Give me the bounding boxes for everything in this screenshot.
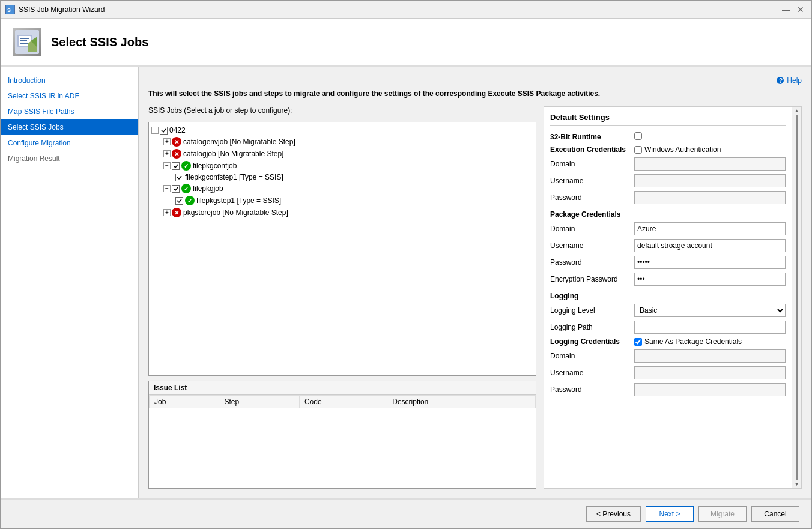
migrate-button[interactable]: Migrate [698,506,747,522]
right-panel-content[interactable]: Default Settings 32-Bit Runtime [544,107,792,488]
minimize-button[interactable]: — [780,4,792,16]
tree-label: 0422 [169,126,186,135]
tree-row[interactable]: ✓ filepkgstep1 [Type = SSIS] [151,195,533,207]
sidebar-item-configure-migration[interactable]: Configure Migration [1,135,138,151]
pkg-username-row: Username [550,239,786,252]
tree-row[interactable]: + ✕ catalogenvjob [No Migratable Step] [151,136,533,148]
left-panel: SSIS Jobs (Select a job or step to confi… [148,106,536,489]
scroll-down-arrow[interactable]: ▼ [795,482,799,487]
password-label: Password [550,193,634,202]
pkg-domain-input[interactable] [634,222,786,235]
tree-row[interactable]: + ✕ catalogjob [No Migratable Step] [151,148,533,160]
pkg-password-input[interactable] [634,256,786,269]
windows-auth-checkbox[interactable] [634,146,642,154]
description-text: This will select the SSIS jobs and steps… [148,89,802,98]
tree-checkbox[interactable] [175,174,183,181]
runtime-checkbox[interactable] [634,132,642,140]
tree-expander[interactable]: − [163,185,171,192]
tree-row[interactable]: + ✕ pkgstorejob [No Migratable Step] [151,207,533,219]
tree-row[interactable]: filepkgconfstep1 [Type = SSIS] [151,172,533,183]
cancel-button[interactable]: Cancel [751,506,799,522]
password-row: Password [550,191,786,204]
main-content: Introduction Select SSIS IR in ADF Map S… [1,67,811,498]
sidebar-item-select-ssis-jobs[interactable]: Select SSIS Jobs [1,119,138,135]
domain-control [634,157,786,171]
close-button[interactable]: ✕ [795,4,807,16]
scroll-thumb[interactable] [796,115,798,480]
tree-expander[interactable]: + [163,209,171,216]
sidebar-item-select-ssis-ir[interactable]: Select SSIS IR in ADF [1,88,138,104]
tree-row[interactable]: − 0422 [151,125,533,136]
issue-panel: Issue List Job Step Code Description [148,381,536,489]
error-icon: ✕ [172,137,181,147]
previous-button[interactable]: < Previous [586,506,641,522]
tree-expander[interactable]: − [151,127,159,134]
tree-checkbox[interactable] [172,185,180,193]
same-as-pkg-checkbox[interactable] [634,338,642,346]
col-description: Description [387,396,536,408]
windows-auth-label: Windows Authentication [644,145,721,154]
log-username-control [634,366,786,379]
logging-path-row: Logging Path [550,321,786,334]
sidebar-item-migration-result: Migration Result [1,151,138,166]
next-button[interactable]: Next > [646,506,694,522]
pkg-domain-row: Domain [550,222,786,235]
logging-level-row: Logging Level Basic None Performance Ver… [550,304,786,317]
sidebar: Introduction Select SSIS IR in ADF Map S… [1,67,139,498]
pkg-creds-title: Package Credentials [550,210,786,219]
tree-panel[interactable]: − 0422 + ✕ catalogenvjob [N [148,122,536,376]
enc-password-label: Encryption Password [550,275,634,283]
tree-expander[interactable]: − [163,162,171,169]
page-title: Select SSIS Jobs [51,35,148,49]
tree-row[interactable]: − ✓ filepkgconfjob [151,160,533,172]
sidebar-item-introduction[interactable]: Introduction [1,73,138,88]
content-area: ? Help This will select the SSIS jobs an… [139,67,811,498]
header: Select SSIS Jobs [1,19,811,67]
log-username-input[interactable] [634,366,786,379]
svg-rect-5 [20,38,29,39]
domain-row: Domain [550,157,786,171]
right-panel-inner: Default Settings 32-Bit Runtime [544,107,801,488]
pkg-domain-label: Domain [550,225,634,233]
jobs-panel-label: SSIS Jobs (Select a job or step to confi… [148,106,536,115]
title-bar-controls: — ✕ [780,4,807,16]
right-panel-scrollbar[interactable]: ▲ ▼ [792,107,801,488]
log-domain-input[interactable] [634,349,786,363]
enc-password-input[interactable] [634,273,786,286]
scroll-up-arrow[interactable]: ▲ [795,108,799,113]
runtime-row: 32-Bit Runtime [550,132,786,142]
domain-input[interactable] [634,157,786,171]
issue-table[interactable]: Job Step Code Description [149,395,536,488]
enc-password-control [634,273,786,286]
settings-panel: Default Settings 32-Bit Runtime [544,107,792,406]
tree-checkbox[interactable] [160,127,168,135]
log-creds-row: Logging Credentials Same As Package Cred… [550,337,786,346]
domain-label: Domain [550,160,634,168]
title-bar-text: SSIS Job Migration Wizard [19,5,780,14]
tree-expander[interactable]: + [163,138,171,145]
password-input[interactable] [634,191,786,204]
footer: < Previous Next > Migrate Cancel [1,498,811,528]
tree-row[interactable]: − ✓ filepkgjob [151,183,533,195]
sidebar-item-map-ssis-file-paths[interactable]: Map SSIS File Paths [1,104,138,119]
ok-icon: ✓ [181,184,191,193]
tree-label: filepkgconfstep1 [Type = SSIS] [185,173,283,181]
log-password-input[interactable] [634,383,786,396]
same-as-pkg-label: Same As Package Credentials [644,337,742,346]
logging-level-select[interactable]: Basic None Performance Verbose [634,304,786,317]
exec-creds-row: Execution Credentials Windows Authentica… [550,145,786,154]
tree-checkbox[interactable] [172,162,180,170]
log-domain-label: Domain [550,352,634,360]
svg-text:?: ? [779,77,783,84]
pkg-username-input[interactable] [634,239,786,252]
tree-checkbox[interactable] [175,197,183,205]
help-link[interactable]: ? Help [776,76,802,85]
tree-expander[interactable]: + [163,150,171,157]
logging-level-label: Logging Level [550,306,634,315]
logging-path-input[interactable] [634,321,786,334]
help-label: Help [787,76,802,85]
title-bar: S SSIS Job Migration Wizard — ✕ [1,1,811,19]
pkg-password-label: Password [550,258,634,267]
log-password-control [634,383,786,396]
username-input[interactable] [634,174,786,187]
